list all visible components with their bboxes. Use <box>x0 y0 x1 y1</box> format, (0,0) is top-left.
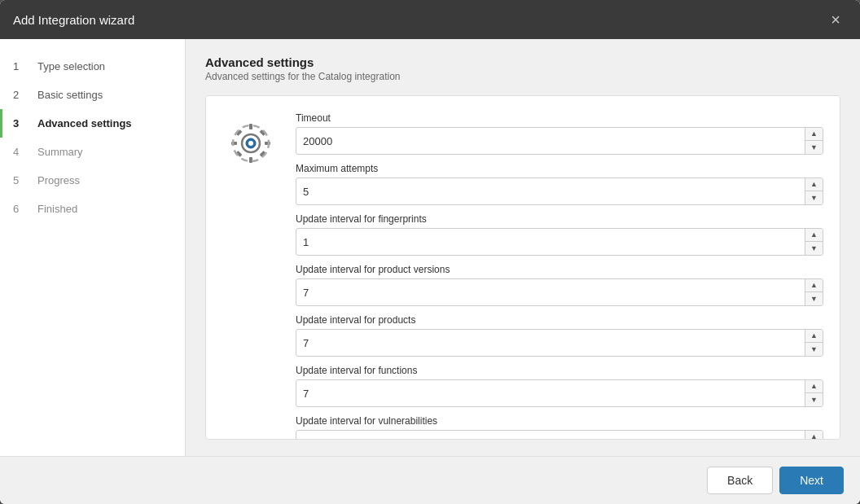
step-number: 2 <box>13 89 29 101</box>
field-input-2[interactable] <box>296 229 805 255</box>
spinner-up-5[interactable]: ▲ <box>805 380 823 393</box>
sidebar-item-label: Summary <box>37 146 83 158</box>
svg-rect-3 <box>249 124 252 129</box>
close-button[interactable]: × <box>824 8 847 31</box>
spinner-buttons-6: ▲ ▼ <box>805 431 823 440</box>
field-input-3[interactable] <box>296 279 805 305</box>
spinner-up-0[interactable]: ▲ <box>805 128 823 141</box>
sidebar-item-label: Progress <box>37 174 80 186</box>
spinner-buttons-1: ▲ ▼ <box>805 178 823 204</box>
next-button[interactable]: Next <box>779 467 844 494</box>
field-group-0: Timeout ▲ ▼ <box>296 112 823 155</box>
add-integration-modal: Add Integration wizard × 1 Type selectio… <box>0 0 860 504</box>
field-label-2: Update interval for fingerprints <box>296 213 823 225</box>
step-number: 6 <box>13 203 29 215</box>
spinner-down-4[interactable]: ▼ <box>805 343 823 356</box>
field-group-5: Update interval for functions ▲ ▼ <box>296 365 823 407</box>
page-subtitle: Advanced settings for the Catalog integr… <box>205 71 840 82</box>
spinner-input-3: ▲ ▼ <box>296 278 823 306</box>
field-input-0[interactable] <box>296 128 805 154</box>
modal-body: 1 Type selection2 Basic settings3 Advanc… <box>0 39 860 456</box>
field-label-6: Update interval for vulnerabilities <box>296 415 823 427</box>
spinner-up-6[interactable]: ▲ <box>805 431 823 440</box>
modal-title: Add Integration wizard <box>13 13 134 27</box>
field-group-4: Update interval for products ▲ ▼ <box>296 314 823 357</box>
sidebar-item-progress[interactable]: 5 Progress <box>0 166 185 195</box>
gear-icon <box>226 119 275 168</box>
spinner-down-2[interactable]: ▼ <box>805 242 823 255</box>
svg-point-2 <box>248 141 253 146</box>
field-input-5[interactable] <box>296 380 805 406</box>
spinner-input-2: ▲ ▼ <box>296 228 823 256</box>
spinner-up-3[interactable]: ▲ <box>805 279 823 292</box>
modal-footer: Back Next <box>0 456 860 504</box>
settings-panel: Timeout ▲ ▼ Maximum attempts ▲ ▼ Update … <box>205 95 840 440</box>
sidebar: 1 Type selection2 Basic settings3 Advanc… <box>0 39 186 456</box>
sidebar-item-label: Basic settings <box>37 89 103 101</box>
modal-header: Add Integration wizard × <box>0 0 860 39</box>
field-label-4: Update interval for products <box>296 314 823 326</box>
back-button[interactable]: Back <box>707 467 773 494</box>
field-group-1: Maximum attempts ▲ ▼ <box>296 163 823 205</box>
sidebar-item-label: Finished <box>37 203 77 215</box>
spinner-up-1[interactable]: ▲ <box>805 178 823 191</box>
spinner-input-1: ▲ ▼ <box>296 177 823 205</box>
field-input-4[interactable] <box>296 330 805 356</box>
spinner-down-1[interactable]: ▼ <box>805 191 823 204</box>
spinner-buttons-5: ▲ ▼ <box>805 380 823 406</box>
spinner-down-0[interactable]: ▼ <box>805 141 823 154</box>
field-label-0: Timeout <box>296 112 823 124</box>
spinner-up-4[interactable]: ▲ <box>805 330 823 343</box>
settings-fields: Timeout ▲ ▼ Maximum attempts ▲ ▼ Update … <box>296 112 823 423</box>
page-title: Advanced settings <box>205 55 840 69</box>
step-number: 4 <box>13 146 29 158</box>
field-group-2: Update interval for fingerprints ▲ ▼ <box>296 213 823 256</box>
sidebar-item-finished[interactable]: 6 Finished <box>0 195 185 223</box>
field-group-3: Update interval for product versions ▲ ▼ <box>296 264 823 306</box>
spinner-up-2[interactable]: ▲ <box>805 229 823 242</box>
sidebar-item-basic-settings[interactable]: 2 Basic settings <box>0 81 185 109</box>
sidebar-item-summary[interactable]: 4 Summary <box>0 138 185 166</box>
content-area: Advanced settings Advanced settings for … <box>186 39 860 456</box>
sidebar-item-label: Type selection <box>37 60 105 72</box>
sidebar-item-advanced-settings: 3 Advanced settings <box>0 109 185 138</box>
field-input-1[interactable] <box>296 178 805 204</box>
spinner-buttons-4: ▲ ▼ <box>805 330 823 356</box>
field-label-3: Update interval for product versions <box>296 264 823 275</box>
field-label-1: Maximum attempts <box>296 163 823 174</box>
settings-icon-col <box>222 112 279 423</box>
step-number: 5 <box>13 174 29 186</box>
sidebar-item-type-selection[interactable]: 1 Type selection <box>0 52 185 81</box>
spinner-input-4: ▲ ▼ <box>296 329 823 357</box>
step-number: 1 <box>13 60 29 72</box>
spinner-down-3[interactable]: ▼ <box>805 292 823 305</box>
spinner-input-0: ▲ ▼ <box>296 127 823 155</box>
step-number: 3 <box>13 117 29 129</box>
field-group-6: Update interval for vulnerabilities ▲ ▼ <box>296 415 823 440</box>
field-input-6[interactable] <box>296 431 805 440</box>
field-label-5: Update interval for functions <box>296 365 823 376</box>
spinner-buttons-0: ▲ ▼ <box>805 128 823 154</box>
spinner-input-5: ▲ ▼ <box>296 379 823 407</box>
content-inner: Advanced settings Advanced settings for … <box>186 39 860 456</box>
spinner-buttons-2: ▲ ▼ <box>805 229 823 255</box>
sidebar-item-label: Advanced settings <box>37 117 132 129</box>
spinner-input-6: ▲ ▼ <box>296 430 823 440</box>
spinner-buttons-3: ▲ ▼ <box>805 279 823 305</box>
spinner-down-5[interactable]: ▼ <box>805 393 823 406</box>
